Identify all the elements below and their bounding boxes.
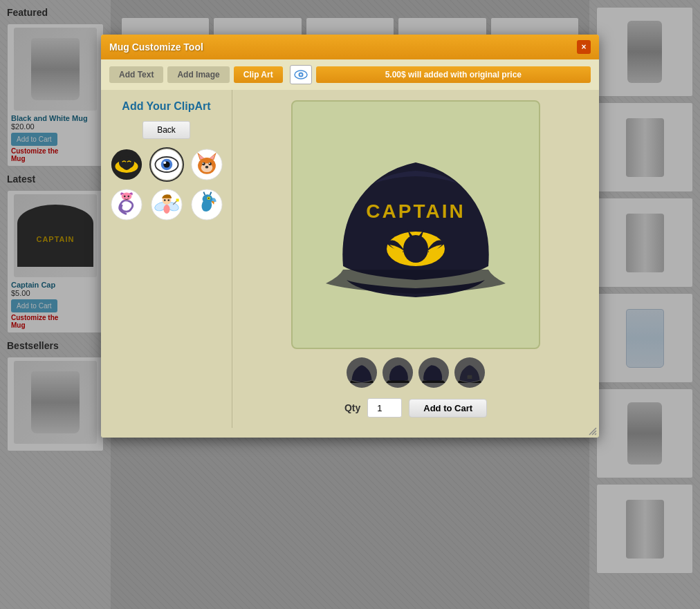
eye-clipart-svg <box>151 149 183 180</box>
modal-header: Mug Customize Tool × <box>101 35 599 59</box>
svg-point-2 <box>300 74 302 76</box>
modal-footer <box>101 428 599 438</box>
svg-point-35 <box>167 199 169 201</box>
dragon-clipart-svg <box>191 189 223 221</box>
svg-point-43 <box>208 198 209 199</box>
svg-point-28 <box>127 196 129 198</box>
thumb-view-side2[interactable] <box>418 357 449 388</box>
fox-clipart-svg <box>191 149 223 180</box>
qty-input[interactable] <box>367 398 402 418</box>
clipart-grid <box>111 147 221 222</box>
price-notice: 5.00$ will added with original price <box>316 66 591 83</box>
snake-lady-clipart-svg <box>111 189 142 221</box>
preview-panel: CAPTAIN <box>232 90 599 428</box>
svg-point-20 <box>202 162 205 166</box>
modal-title: Mug Customize Tool <box>109 41 203 53</box>
modal-close-button[interactable]: × <box>577 40 591 54</box>
svg-point-12 <box>163 161 166 164</box>
qty-label: Qty <box>344 402 360 413</box>
thumb-view-side1[interactable] <box>383 357 413 388</box>
thumb-view-back[interactable] <box>454 357 485 388</box>
svg-point-46 <box>403 235 428 263</box>
clipart-snake-lady[interactable] <box>109 187 144 222</box>
clipart-fairy[interactable] <box>149 187 184 222</box>
clipart-eye[interactable] <box>149 147 184 182</box>
svg-point-22 <box>202 162 203 164</box>
fairy-clipart-svg <box>151 189 183 221</box>
clipart-batman[interactable] <box>109 147 144 182</box>
qty-row: Qty Add to Cart <box>344 398 487 418</box>
svg-rect-47 <box>468 375 472 379</box>
preview-toggle-button[interactable] <box>290 65 312 84</box>
modal-add-to-cart-button[interactable]: Add to Cart <box>409 399 487 418</box>
thumbnail-row <box>347 357 485 388</box>
modal-toolbar: Add Text Add Image Clip Art 5.00$ will a… <box>101 59 599 90</box>
resize-handle[interactable] <box>588 427 598 436</box>
tab-clip-art[interactable]: Clip Art <box>234 66 283 83</box>
clipart-back-button[interactable]: Back <box>142 121 190 139</box>
svg-point-32 <box>163 205 169 214</box>
svg-point-27 <box>123 196 125 198</box>
svg-point-7 <box>118 156 133 169</box>
svg-point-23 <box>208 162 210 164</box>
clipart-title: Add Your ClipArt <box>111 100 221 113</box>
eye-icon <box>294 70 308 79</box>
modal-body: Add Your ClipArt Back <box>101 90 599 428</box>
batman-clipart-svg <box>111 149 142 180</box>
tab-add-text[interactable]: Add Text <box>109 66 163 83</box>
cap-preview-svg: CAPTAIN <box>305 128 526 321</box>
thumb-view-front[interactable] <box>347 357 377 388</box>
modal-overlay: Mug Customize Tool × Add Text Add Image … <box>0 0 700 609</box>
clipart-panel: Add Your ClipArt Back <box>101 90 232 428</box>
tab-add-image[interactable]: Add Image <box>167 66 229 83</box>
svg-point-21 <box>208 162 212 166</box>
svg-point-24 <box>205 166 208 169</box>
svg-text:CAPTAIN: CAPTAIN <box>366 200 465 222</box>
clipart-dragon[interactable] <box>190 187 224 222</box>
svg-point-34 <box>163 199 165 201</box>
product-preview-box: CAPTAIN <box>291 100 540 349</box>
clipart-fox[interactable] <box>190 147 224 182</box>
modal: Mug Customize Tool × Add Text Add Image … <box>101 35 599 438</box>
